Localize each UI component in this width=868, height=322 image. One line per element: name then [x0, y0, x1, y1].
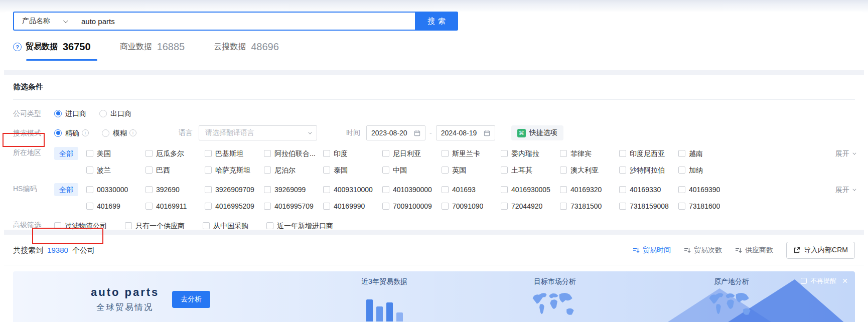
- checkbox[interactable]: [205, 186, 212, 193]
- search-button[interactable]: 搜索: [415, 12, 458, 31]
- origin-analysis-card[interactable]: 原产地分析: [691, 277, 772, 319]
- checkbox-item[interactable]: 40169390: [678, 183, 738, 196]
- help-icon[interactable]: ?: [13, 43, 22, 51]
- checkbox[interactable]: [323, 203, 330, 210]
- checkbox-item[interactable]: 只有一个供应商: [125, 219, 185, 232]
- checkbox-item[interactable]: 越南: [678, 147, 738, 160]
- checkbox-item[interactable]: 4016930005: [501, 183, 560, 196]
- checkbox[interactable]: [205, 203, 212, 210]
- checkbox[interactable]: [323, 150, 330, 157]
- checkbox-item[interactable]: 70091090: [442, 200, 501, 213]
- checkbox-item[interactable]: 39269099: [264, 183, 323, 196]
- sort-trade-time[interactable]: 贸易时间: [633, 246, 671, 255]
- radio-dot-selected[interactable]: [54, 129, 62, 137]
- checkbox-item[interactable]: 哈萨克斯坦: [205, 164, 264, 177]
- hs-code-expand-link[interactable]: 展开: [835, 183, 855, 196]
- checkbox[interactable]: [501, 203, 508, 210]
- checkbox-item[interactable]: 印度尼西亚: [619, 147, 678, 160]
- checkbox-item[interactable]: 土耳其: [501, 164, 560, 177]
- checkbox-item[interactable]: 波兰: [86, 164, 146, 177]
- checkbox-item[interactable]: 委内瑞拉: [501, 147, 560, 160]
- checkbox[interactable]: [619, 203, 626, 210]
- search-category-select[interactable]: 产品名称: [14, 17, 74, 26]
- checkbox[interactable]: [678, 203, 685, 210]
- checkbox[interactable]: [442, 203, 449, 210]
- checkbox[interactable]: [264, 150, 271, 157]
- checkbox-item[interactable]: 沙特阿拉伯: [619, 164, 678, 177]
- checkbox-item[interactable]: 73181500: [560, 200, 619, 213]
- checkbox-item[interactable]: 美国: [86, 147, 146, 160]
- checkbox[interactable]: [323, 186, 330, 193]
- close-icon[interactable]: ✕: [842, 277, 848, 285]
- checkbox[interactable]: [619, 167, 626, 174]
- tab-business-data[interactable]: 商业数据 16885: [120, 41, 185, 61]
- checkbox[interactable]: [501, 150, 508, 157]
- go-analyze-button[interactable]: 去分析: [172, 291, 210, 308]
- radio-exact[interactable]: 精确 i: [54, 127, 89, 138]
- checkbox-item[interactable]: 巴基斯坦: [205, 147, 264, 160]
- checkbox[interactable]: [86, 186, 93, 193]
- checkbox[interactable]: [619, 186, 626, 193]
- checkbox-item[interactable]: 40169911: [146, 200, 205, 213]
- target-market-card[interactable]: 目标市场分析: [515, 277, 595, 319]
- checkbox-item[interactable]: 7009100009: [382, 200, 442, 213]
- radio-fuzzy[interactable]: 模糊 i: [102, 127, 136, 138]
- dismiss-checkbox[interactable]: [801, 278, 807, 284]
- checkbox[interactable]: [205, 150, 212, 157]
- language-select[interactable]: 请选择翻译语言: [199, 125, 317, 140]
- checkbox-item[interactable]: 泰国: [323, 164, 382, 177]
- tab-trade-data[interactable]: ? 贸易数据 36750: [13, 41, 91, 61]
- checkbox-item[interactable]: 401693: [442, 183, 501, 196]
- checkbox[interactable]: [146, 203, 153, 210]
- checkbox-item[interactable]: 斯里兰卡: [442, 147, 501, 160]
- checkbox[interactable]: [203, 222, 210, 229]
- checkbox-item[interactable]: 近一年新增进口商: [266, 219, 333, 232]
- checkbox-item[interactable]: 3926909709: [205, 183, 264, 196]
- checkbox[interactable]: [125, 222, 132, 229]
- checkbox-item[interactable]: 4016995709: [264, 200, 323, 213]
- checkbox-item[interactable]: 7318159008: [619, 200, 678, 213]
- sort-supplier-count[interactable]: 供应商数: [735, 246, 773, 255]
- checkbox[interactable]: [560, 167, 567, 174]
- checkbox[interactable]: [264, 186, 271, 193]
- checkbox[interactable]: [146, 186, 153, 193]
- checkbox[interactable]: [442, 186, 449, 193]
- radio-importer[interactable]: 进口商: [54, 108, 86, 119]
- start-date-picker[interactable]: 2023-08-20: [366, 125, 425, 140]
- radio-dot[interactable]: [99, 110, 107, 117]
- checkbox-item[interactable]: 4016995209: [205, 200, 264, 213]
- checkbox-item[interactable]: 00330000: [86, 183, 146, 196]
- checkbox[interactable]: [678, 186, 685, 193]
- checkbox-item[interactable]: 40169990: [323, 200, 382, 213]
- checkbox[interactable]: [264, 167, 271, 174]
- info-icon[interactable]: i: [129, 129, 136, 136]
- checkbox[interactable]: [619, 150, 626, 157]
- checkbox[interactable]: [86, 167, 93, 174]
- tab-cloud-search-data[interactable]: 云搜数据 48696: [214, 41, 279, 61]
- checkbox-item[interactable]: 印度: [323, 147, 382, 160]
- checkbox[interactable]: [501, 186, 508, 193]
- checkbox[interactable]: [560, 150, 567, 157]
- checkbox-item[interactable]: 4010390000: [382, 183, 442, 196]
- end-date-picker[interactable]: 2024-08-19: [436, 125, 495, 140]
- checkbox-item[interactable]: 4009310000: [323, 183, 382, 196]
- checkbox[interactable]: [382, 150, 389, 157]
- region-expand-link[interactable]: 展开: [835, 147, 855, 160]
- hs-code-all-button[interactable]: 全部: [54, 183, 78, 196]
- checkbox-item[interactable]: 菲律宾: [560, 147, 619, 160]
- checkbox[interactable]: [382, 203, 389, 210]
- region-all-button[interactable]: 全部: [54, 147, 78, 160]
- checkbox[interactable]: [442, 150, 449, 157]
- checkbox-item[interactable]: 392690: [146, 183, 205, 196]
- radio-dot[interactable]: [102, 129, 109, 137]
- radio-dot-selected[interactable]: [54, 110, 62, 117]
- checkbox[interactable]: [323, 167, 330, 174]
- search-input[interactable]: [74, 17, 415, 26]
- checkbox-item[interactable]: 72044920: [501, 200, 560, 213]
- checkbox-item[interactable]: 73181600: [678, 200, 738, 213]
- checkbox[interactable]: [266, 222, 273, 229]
- checkbox[interactable]: [146, 167, 153, 174]
- checkbox-item[interactable]: 厄瓜多尔: [146, 147, 205, 160]
- checkbox[interactable]: [146, 150, 153, 157]
- checkbox-item[interactable]: 英国: [442, 164, 501, 177]
